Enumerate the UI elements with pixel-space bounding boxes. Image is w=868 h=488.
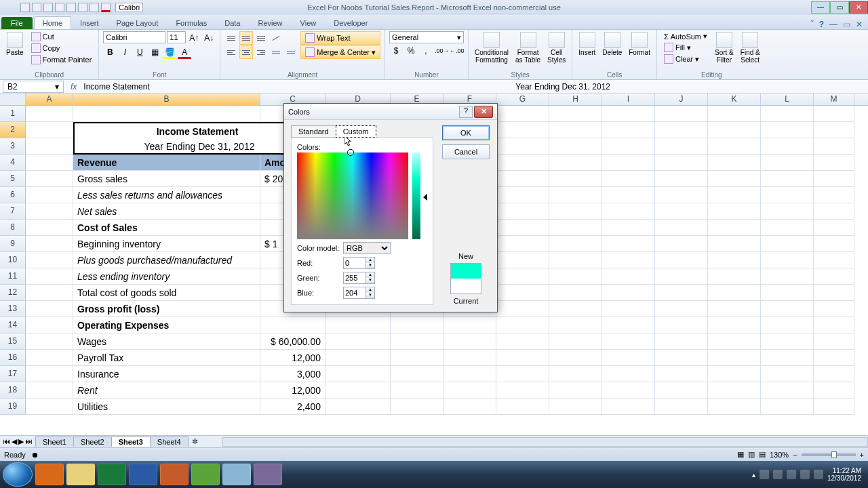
cell[interactable]: Rent bbox=[73, 382, 260, 399]
cell[interactable] bbox=[655, 268, 708, 285]
cell[interactable] bbox=[655, 220, 708, 236]
cell[interactable] bbox=[602, 236, 655, 252]
number-format-select[interactable]: General▾ bbox=[389, 31, 464, 43]
row-header[interactable]: 14 bbox=[0, 317, 26, 333]
cell[interactable]: Gross profit (loss) bbox=[73, 301, 260, 317]
red-input[interactable] bbox=[343, 257, 366, 269]
name-box[interactable]: B2▾ bbox=[3, 81, 64, 93]
cell[interactable] bbox=[761, 301, 814, 317]
cell[interactable] bbox=[26, 236, 73, 252]
cell[interactable] bbox=[391, 366, 443, 382]
color-picker-field[interactable] bbox=[297, 152, 408, 239]
cell[interactable] bbox=[496, 187, 549, 203]
cell[interactable] bbox=[602, 317, 655, 333]
cell[interactable] bbox=[26, 122, 73, 138]
cell[interactable] bbox=[814, 350, 854, 366]
workbook-min-icon[interactable]: — bbox=[829, 20, 837, 29]
cell[interactable]: Payroll Tax bbox=[73, 350, 260, 366]
cell[interactable] bbox=[549, 350, 602, 366]
cell[interactable] bbox=[655, 350, 708, 366]
cell[interactable] bbox=[814, 155, 854, 171]
taskbar-app-icon[interactable] bbox=[191, 464, 220, 485]
cell[interactable] bbox=[708, 122, 761, 138]
cell[interactable] bbox=[655, 122, 708, 138]
red-spinner[interactable]: ▲▼ bbox=[366, 257, 375, 269]
underline-button[interactable]: U bbox=[133, 45, 146, 59]
cell[interactable] bbox=[602, 122, 655, 138]
conditional-formatting-button[interactable]: Conditional Formatting bbox=[473, 31, 511, 64]
cell[interactable] bbox=[26, 301, 73, 317]
cell[interactable] bbox=[26, 399, 73, 415]
sheet-tab[interactable]: Sheet4 bbox=[150, 436, 189, 447]
find-select-button[interactable]: Find & Select bbox=[738, 31, 762, 64]
cell[interactable] bbox=[761, 138, 814, 155]
green-input[interactable] bbox=[343, 272, 366, 284]
view-normal-icon[interactable]: ▦ bbox=[737, 450, 744, 459]
cell[interactable]: 3,000 bbox=[260, 366, 326, 382]
cell[interactable] bbox=[391, 333, 443, 350]
row-header[interactable]: 17 bbox=[0, 366, 26, 382]
row-header[interactable]: 3 bbox=[0, 138, 26, 155]
copy-button[interactable]: Copy bbox=[28, 43, 95, 54]
cell[interactable] bbox=[602, 399, 655, 415]
cell[interactable]: Operating Expenses bbox=[73, 317, 260, 333]
col-header-A[interactable]: A bbox=[26, 94, 73, 105]
macro-record-icon[interactable]: ⏺ bbox=[31, 451, 39, 459]
cell[interactable] bbox=[655, 252, 708, 268]
qat-item-icon[interactable] bbox=[90, 3, 99, 12]
cell[interactable] bbox=[496, 155, 549, 171]
cell[interactable] bbox=[655, 333, 708, 350]
window-close-button[interactable]: ✕ bbox=[849, 1, 868, 14]
cell[interactable] bbox=[602, 106, 655, 122]
cell[interactable]: Less sales returns and allowances bbox=[73, 187, 260, 203]
tray-app-icon[interactable] bbox=[800, 470, 810, 479]
workbook-close-icon[interactable]: ✕ bbox=[856, 20, 863, 29]
tray-show-hidden-icon[interactable]: ▴ bbox=[752, 471, 755, 479]
cell[interactable] bbox=[602, 382, 655, 399]
cell[interactable] bbox=[814, 203, 854, 220]
tab-data[interactable]: Data bbox=[216, 16, 249, 29]
cell[interactable] bbox=[549, 220, 602, 236]
cell[interactable] bbox=[708, 350, 761, 366]
orientation-button[interactable] bbox=[269, 31, 283, 45]
cell[interactable] bbox=[814, 268, 854, 285]
autosum-button[interactable]: Σ AutoSum ▾ bbox=[661, 31, 710, 41]
cell[interactable] bbox=[326, 317, 391, 333]
shrink-font-button[interactable]: A↓ bbox=[202, 31, 216, 45]
cell[interactable] bbox=[761, 350, 814, 366]
cell[interactable] bbox=[814, 106, 854, 122]
font-color-icon[interactable] bbox=[101, 3, 111, 12]
cell[interactable] bbox=[549, 187, 602, 203]
sheet-nav-last-icon[interactable]: ⏭ bbox=[25, 437, 33, 446]
row-header[interactable]: 9 bbox=[0, 236, 26, 252]
dialog-tab-custom[interactable]: Custom bbox=[336, 125, 376, 138]
cell[interactable] bbox=[708, 138, 761, 155]
cell[interactable] bbox=[391, 317, 443, 333]
cell[interactable] bbox=[496, 252, 549, 268]
cell[interactable] bbox=[326, 350, 391, 366]
cell[interactable] bbox=[496, 203, 549, 220]
cell[interactable] bbox=[602, 187, 655, 203]
taskbar-app-icon[interactable] bbox=[254, 464, 282, 485]
cell[interactable] bbox=[326, 382, 391, 399]
cell[interactable] bbox=[549, 285, 602, 301]
italic-button[interactable]: I bbox=[118, 45, 132, 59]
cell[interactable] bbox=[496, 122, 549, 138]
cell[interactable]: 12,000 bbox=[260, 382, 326, 399]
cell[interactable] bbox=[26, 333, 73, 350]
cell[interactable] bbox=[602, 220, 655, 236]
cell[interactable] bbox=[761, 236, 814, 252]
sheet-nav-next-icon[interactable]: ▶ bbox=[18, 437, 24, 446]
cell[interactable] bbox=[761, 382, 814, 399]
formula-input[interactable]: Income Statement bbox=[81, 82, 515, 92]
cell[interactable] bbox=[26, 317, 73, 333]
cell[interactable] bbox=[549, 106, 602, 122]
tray-volume-icon[interactable] bbox=[760, 470, 769, 479]
cell[interactable] bbox=[26, 203, 73, 220]
blue-spinner[interactable]: ▲▼ bbox=[366, 287, 375, 299]
cell[interactable]: Beginning inventory bbox=[73, 236, 260, 252]
cell[interactable] bbox=[26, 106, 73, 122]
tab-review[interactable]: Review bbox=[249, 16, 291, 29]
row-header[interactable]: 4 bbox=[0, 155, 26, 171]
cell[interactable] bbox=[549, 333, 602, 350]
